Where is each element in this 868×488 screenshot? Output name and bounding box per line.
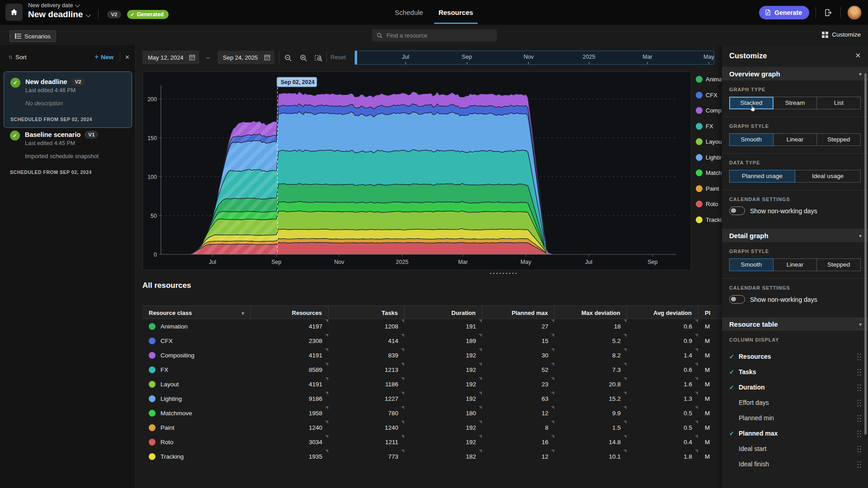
segment-option-smooth[interactable]: Smooth: [729, 258, 774, 271]
column-header-resources[interactable]: Resources: [251, 306, 329, 319]
reset-button[interactable]: Reset: [330, 54, 346, 61]
column-header-resource-class[interactable]: Resource class: [142, 306, 251, 319]
drag-handle-icon[interactable]: [857, 414, 862, 422]
search-input[interactable]: [387, 32, 486, 39]
legend-label: Animation: [706, 76, 722, 83]
table-row[interactable]: Tracking19357731821210.11.8M: [142, 449, 744, 464]
segment-option-stepped[interactable]: Stepped: [816, 258, 861, 271]
stacked-area-chart[interactable]: 050100150200JulSepNov2025MarMayJulSepSep…: [143, 72, 691, 270]
panel-scrollbar[interactable]: [864, 73, 867, 435]
table-cell: 27: [482, 319, 555, 333]
customize-toggle-button[interactable]: Customize: [822, 31, 861, 38]
column-display-item-ideal-start[interactable]: Ideal start: [722, 441, 868, 456]
table-cell: 12: [482, 449, 555, 464]
table-row[interactable]: Animation4197120819127180.6M: [142, 319, 744, 333]
tab-schedule[interactable]: Schedule: [395, 0, 423, 25]
column-header-duration[interactable]: Duration: [405, 306, 482, 319]
column-display-label-text: Ideal start: [739, 445, 766, 452]
start-date-field[interactable]: May 12, 2024: [142, 51, 199, 64]
segment-option-stacked[interactable]: Stacked: [729, 97, 774, 109]
legend-item[interactable]: Lighting: [696, 154, 722, 161]
segment-option-list[interactable]: List: [816, 97, 861, 109]
section-detail-graph[interactable]: Detail graph: [722, 229, 868, 242]
column-display-item-ideal-finish[interactable]: Ideal finish: [722, 456, 868, 472]
segment-option-smooth[interactable]: Smooth: [729, 133, 774, 146]
close-sidebar-button[interactable]: [125, 53, 130, 61]
legend-item[interactable]: Tracking: [696, 216, 722, 223]
legend-item[interactable]: Compositing: [696, 107, 722, 114]
column-display-item-effort-days[interactable]: Effort days: [722, 395, 868, 410]
column-header-tasks[interactable]: Tasks: [329, 306, 405, 319]
drag-handle-icon[interactable]: [857, 460, 862, 468]
user-avatar[interactable]: [847, 5, 862, 20]
section-resource-table[interactable]: Resource table: [722, 317, 868, 331]
table-row[interactable]: Paint1240124019281.50.5M: [142, 420, 744, 435]
segment-option-stream[interactable]: Stream: [773, 97, 817, 109]
legend-item[interactable]: Layout: [696, 138, 722, 145]
cell-value: M: [705, 395, 710, 402]
table-row[interactable]: Lighting918612271926315.21.3M: [142, 391, 744, 406]
column-display-item-duration[interactable]: Duration: [722, 380, 868, 395]
column-header-avg-deviation[interactable]: Avg deviation: [627, 306, 698, 319]
table-row[interactable]: Compositing4191839192308.21.4M: [142, 348, 744, 362]
legend-item[interactable]: Animation: [696, 76, 722, 83]
dropdown-arrow-icon[interactable]: [241, 310, 244, 316]
segment-option-ideal-usage[interactable]: Ideal usage: [795, 170, 861, 183]
new-scenario-button[interactable]: New: [94, 53, 113, 61]
column-display-label-text: Planned max: [739, 430, 778, 437]
sort-button[interactable]: Sort: [15, 54, 27, 61]
cell-value: 0.6: [684, 323, 692, 330]
column-header-planned-max[interactable]: Planned max: [482, 306, 555, 319]
show-non-working-days-toggle[interactable]: [729, 206, 745, 215]
resize-handle[interactable]: [489, 272, 518, 275]
export-button[interactable]: [822, 7, 834, 19]
table-row[interactable]: Layout419111861922320.81.6M: [142, 377, 744, 391]
timeline-scrubber[interactable]: JulSepNov2025MarMay: [354, 51, 714, 65]
table-row[interactable]: Matchmove1958780180129.90.5M: [142, 406, 744, 420]
scrubber-handle[interactable]: [355, 51, 357, 65]
drag-handle-icon[interactable]: [857, 399, 862, 407]
drag-handle-icon[interactable]: [857, 445, 862, 453]
legend-item[interactable]: Matchmove: [696, 169, 722, 176]
show-non-working-days-toggle[interactable]: [729, 295, 745, 304]
column-display-item-planned-min[interactable]: Planned min: [722, 410, 868, 426]
table-row[interactable]: CFX2308414189155.20.9M: [142, 333, 744, 348]
segment-option-stepped[interactable]: Stepped: [816, 133, 861, 146]
table-row[interactable]: Roto303412111921614.80.4M: [142, 435, 744, 449]
cell-corner-marker: [551, 450, 554, 453]
overview-graph-panel[interactable]: 050100150200JulSepNov2025MarMayJulSepSep…: [142, 71, 691, 270]
table-row[interactable]: FX85891213192527.30.6M: [142, 362, 744, 377]
legend-item[interactable]: Paint: [696, 185, 722, 192]
zoom-selection-button[interactable]: [313, 52, 324, 63]
drag-handle-icon[interactable]: [857, 384, 862, 391]
drag-handle-icon[interactable]: [857, 430, 862, 437]
customize-panel-title: Customize: [729, 52, 767, 60]
drag-handle-icon[interactable]: [857, 353, 862, 361]
segment-option-linear[interactable]: Linear: [773, 258, 817, 271]
column-display-item-resources[interactable]: Resources: [722, 349, 868, 364]
segment-option-planned-usage[interactable]: Planned usage: [729, 170, 795, 183]
end-date-field[interactable]: Sep 24, 2025: [217, 51, 274, 64]
cell-value: 1935: [309, 453, 322, 460]
legend-item[interactable]: FX: [696, 123, 722, 130]
scenario-card-new-deadline[interactable]: New deadline V2 Last edited 4:46 PM No d…: [4, 71, 132, 128]
tab-resources[interactable]: Resources: [439, 0, 473, 25]
zoom-in-button[interactable]: [298, 52, 309, 63]
cell-value: 192: [466, 381, 476, 388]
drag-handle-icon[interactable]: [857, 368, 862, 376]
column-display-item-tasks[interactable]: Tasks: [722, 364, 868, 380]
legend-item[interactable]: CFX: [696, 92, 722, 99]
legend-item[interactable]: Roto: [696, 201, 722, 207]
column-header-max-deviation[interactable]: Max deviation: [555, 306, 627, 319]
zoom-out-button[interactable]: [283, 52, 293, 63]
scenarios-button[interactable]: Scenarios: [9, 30, 56, 42]
column-display-item-planned-max[interactable]: Planned max: [722, 426, 868, 441]
cell-corner-marker: [479, 377, 482, 380]
segment-option-linear[interactable]: Linear: [773, 133, 817, 146]
close-panel-button[interactable]: [855, 52, 861, 60]
generate-button[interactable]: Generate: [759, 6, 809, 19]
scenario-card-baseline[interactable]: Baseline scenario V1 Last edited 4:45 PM…: [4, 125, 132, 180]
section-overview-graph[interactable]: Overview graph: [722, 67, 868, 80]
table-cell: 5.2: [555, 333, 627, 348]
resource-search[interactable]: [372, 29, 497, 42]
